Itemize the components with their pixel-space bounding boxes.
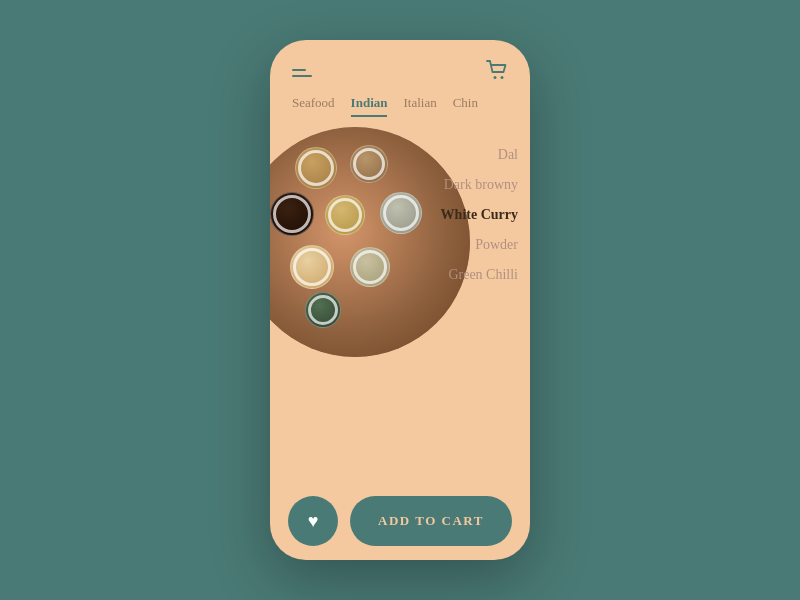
header: [270, 40, 530, 95]
svg-point-0: [494, 76, 497, 79]
tab-seafood[interactable]: Seafood: [292, 95, 335, 117]
favorite-button[interactable]: ♥: [288, 496, 338, 546]
svg-point-1: [501, 76, 504, 79]
menu-button[interactable]: [292, 69, 312, 77]
tab-indian[interactable]: Indian: [351, 95, 388, 117]
bowl-2: [350, 145, 388, 183]
cart-button[interactable]: [486, 60, 508, 85]
heart-icon: ♥: [308, 511, 319, 532]
menu-list: Dal Dark browny White Curry Powder Green…: [441, 147, 518, 283]
nav-tabs: Seafood Indian Italian Chin: [270, 95, 530, 117]
bowl-5: [380, 192, 422, 234]
phone-frame: Seafood Indian Italian Chin Dal Dark bro…: [270, 40, 530, 560]
menu-item-white-curry[interactable]: White Curry: [441, 207, 518, 223]
bowl-1: [295, 147, 337, 189]
tab-italian[interactable]: Italian: [403, 95, 436, 117]
menu-item-green-chilli[interactable]: Green Chilli: [441, 267, 518, 283]
bowl-8: [305, 292, 341, 328]
bowl-6: [290, 245, 334, 289]
menu-item-dal[interactable]: Dal: [441, 147, 518, 163]
menu-item-powder[interactable]: Powder: [441, 237, 518, 253]
menu-item-dark-browny[interactable]: Dark browny: [441, 177, 518, 193]
bowl-3: [270, 192, 314, 236]
bottom-bar: ♥ ADD TO CART: [270, 482, 530, 560]
bowl-4: [325, 195, 365, 235]
add-to-cart-button[interactable]: ADD TO CART: [350, 496, 512, 546]
content-area: Dal Dark browny White Curry Powder Green…: [270, 127, 530, 467]
bowl-7: [350, 247, 390, 287]
tab-chinese[interactable]: Chin: [453, 95, 478, 117]
